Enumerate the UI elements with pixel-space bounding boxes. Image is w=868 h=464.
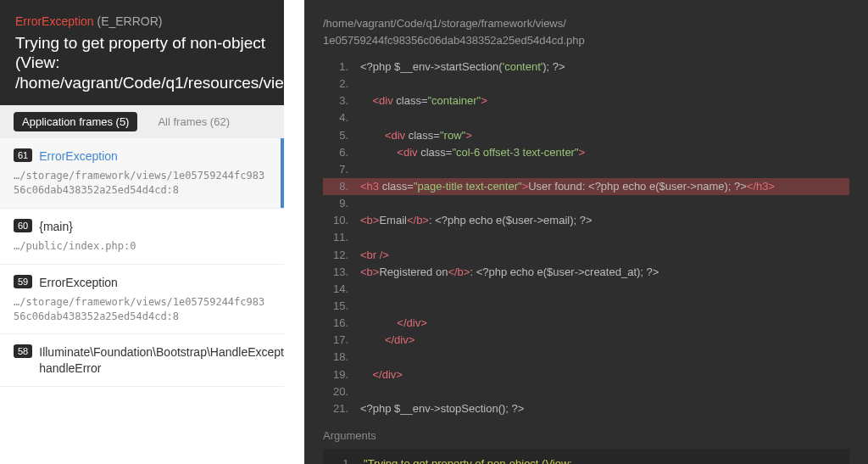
code-line: 17. </div> [323, 332, 849, 349]
frame-number: 58 [14, 344, 32, 358]
sidebar: ErrorException (E_ERROR) Trying to get p… [0, 0, 284, 464]
code-line: 18. [323, 349, 849, 366]
code-line: 4. [323, 109, 849, 126]
gutter [284, 0, 304, 464]
file-path: /home/vagrant/Code/q1/storage/framework/… [323, 15, 849, 48]
code-line: 6. <div class="col-6 offset-3 text-cente… [323, 144, 849, 161]
error-header: ErrorException (E_ERROR) Trying to get p… [0, 0, 284, 105]
code-line: 2. [323, 75, 849, 92]
code-line: 3. <div class="container"> [323, 92, 849, 109]
frame-number: 61 [14, 148, 32, 162]
stack-frame[interactable]: 61ErrorException…/storage/framework/view… [0, 138, 284, 209]
frame-title: {main} [39, 219, 73, 234]
file-path-name: 1e05759244fc98356c06dab438352a25ed54d4cd… [323, 34, 585, 47]
code-line: 7. [323, 161, 849, 178]
exception-type: (E_ERROR) [97, 14, 162, 28]
tab-application-frames[interactable]: Application frames (5) [14, 112, 137, 131]
code-line: 1.<?php $__env->startSection('content');… [323, 59, 849, 75]
code-line: 11. [323, 229, 849, 246]
code-line: 19. </div> [323, 366, 849, 383]
frame-number: 59 [14, 275, 32, 288]
exception-line: ErrorException (E_ERROR) [15, 14, 269, 31]
frame-title: ErrorException [39, 275, 118, 290]
code-block: 1.<?php $__env->startSection('content');… [323, 59, 849, 417]
code-panel: /home/vagrant/Code/q1/storage/framework/… [304, 0, 868, 464]
arg-text: "Trying to get property of non-object (V… [364, 457, 841, 464]
exception-name: ErrorException [15, 14, 94, 28]
frame-path: …/storage/framework/views/1e05759244fc98… [14, 169, 270, 198]
frame-tabs: Application frames (5) All frames (62) [0, 105, 284, 138]
frame-path: …/storage/framework/views/1e05759244fc98… [14, 295, 270, 324]
code-line: 21.<?php $__env->stopSection(); ?> [323, 400, 849, 417]
code-line: 14. [323, 281, 849, 298]
code-line: 15. [323, 298, 849, 315]
frame-list[interactable]: 61ErrorException…/storage/framework/view… [0, 138, 284, 464]
code-line: 16. </div> [323, 315, 849, 332]
code-line: 10.<b>Email</b>: <?php echo e($user->ema… [323, 212, 849, 229]
arguments-block: 1. "Trying to get property of non-object… [323, 449, 849, 464]
frame-title: ErrorException [39, 148, 118, 164]
file-path-dir: /home/vagrant/Code/q1/storage/framework/… [323, 17, 566, 30]
code-line: 5. <div class="row"> [323, 127, 849, 144]
arguments-label: Arguments [323, 429, 849, 442]
stack-frame[interactable]: 58Illuminate\Foundation\Bootstrap\Handle… [0, 334, 284, 386]
tab-all-frames[interactable]: All frames (62) [149, 112, 238, 131]
code-line: 12.<br /> [323, 247, 849, 264]
code-line: 13.<b>Registered on</b>: <?php echo e($u… [323, 264, 849, 281]
selection-bar [281, 138, 284, 208]
code-line: 20. [323, 383, 849, 400]
exception-message: Trying to get property of non-object (Vi… [15, 33, 269, 93]
arg-line-number: 1. [331, 457, 364, 464]
stack-frame[interactable]: 59ErrorException…/storage/framework/view… [0, 265, 284, 335]
frame-number: 60 [14, 219, 32, 232]
code-line: 9. [323, 195, 849, 212]
code-line: 8.<h3 class="page-title text-center">Use… [323, 178, 849, 195]
frame-path: …/public/index.php:0 [14, 239, 270, 254]
stack-frame[interactable]: 60{main}…/public/index.php:0 [0, 209, 284, 265]
frame-title: Illuminate\Foundation\Bootstrap\HandleEx… [39, 344, 284, 375]
